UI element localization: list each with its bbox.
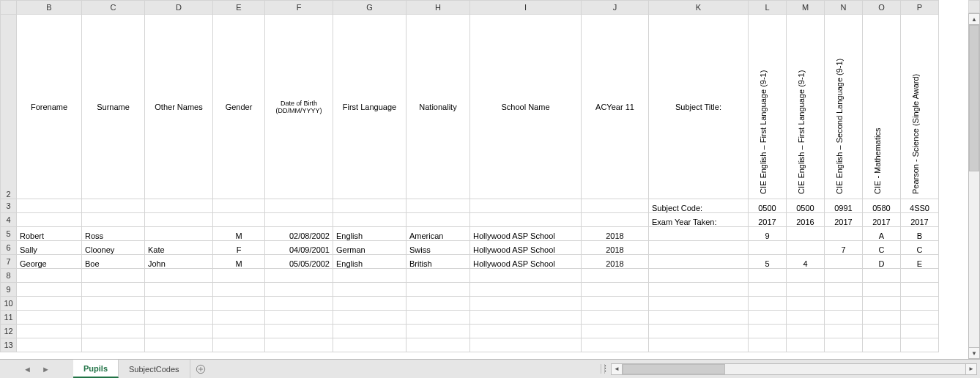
col-header[interactable]: L	[749, 1, 787, 15]
cell[interactable]	[333, 269, 407, 283]
cell[interactable]	[470, 297, 582, 311]
cell[interactable]	[333, 311, 407, 325]
row-header[interactable]: 13	[1, 338, 17, 352]
col-header[interactable]: E	[213, 1, 265, 15]
cell[interactable]	[649, 311, 749, 325]
tab-nav-buttons[interactable]: ◄ ►	[0, 360, 73, 378]
cell[interactable]	[649, 297, 749, 311]
cell[interactable]	[265, 338, 333, 352]
exam-year-label[interactable]: Exam Year Taken:	[649, 213, 749, 227]
cell[interactable]: 2018	[582, 241, 649, 255]
cell[interactable]	[213, 283, 265, 297]
header-other-names[interactable]: Other Names	[145, 15, 213, 199]
cell[interactable]	[825, 311, 863, 325]
cell[interactable]	[901, 269, 939, 283]
cell[interactable]	[407, 325, 470, 338]
cell[interactable]	[649, 325, 749, 338]
cell[interactable]: English	[333, 227, 407, 241]
code-N[interactable]: 0991	[825, 199, 863, 213]
year-P[interactable]: 2017	[901, 213, 939, 227]
cell[interactable]	[582, 213, 649, 227]
cell[interactable]	[863, 283, 901, 297]
col-header[interactable]: P	[901, 1, 939, 15]
row-header[interactable]: 3	[1, 199, 17, 213]
header-acyear11[interactable]: ACYear 11	[582, 15, 649, 199]
cell[interactable]	[825, 338, 863, 352]
cell[interactable]	[582, 269, 649, 283]
cell[interactable]	[582, 325, 649, 338]
cell[interactable]	[333, 297, 407, 311]
cell[interactable]	[649, 255, 749, 269]
cell[interactable]: Clooney	[82, 241, 145, 255]
col-header[interactable]: C	[82, 1, 145, 15]
cell[interactable]	[582, 283, 649, 297]
cell[interactable]	[265, 269, 333, 283]
row-header[interactable]: 5	[1, 227, 17, 241]
cell[interactable]	[901, 283, 939, 297]
cell[interactable]	[582, 199, 649, 213]
subject-title-label[interactable]: Subject Title:	[649, 15, 749, 199]
cell[interactable]: A	[863, 227, 901, 241]
vscroll-track[interactable]	[968, 25, 980, 347]
year-O[interactable]: 2017	[863, 213, 901, 227]
cell[interactable]	[470, 311, 582, 325]
col-header[interactable]: M	[787, 1, 825, 15]
cell[interactable]	[145, 311, 213, 325]
cell[interactable]	[649, 283, 749, 297]
header-first-language[interactable]: First Language	[333, 15, 407, 199]
cell[interactable]	[213, 199, 265, 213]
cell[interactable]	[265, 325, 333, 338]
year-L[interactable]: 2017	[749, 213, 787, 227]
code-P[interactable]: 4SS0	[901, 199, 939, 213]
col-header[interactable]: H	[407, 1, 470, 15]
cell[interactable]	[17, 269, 82, 283]
cell[interactable]	[901, 338, 939, 352]
cell[interactable]: 9	[749, 227, 787, 241]
cell[interactable]	[265, 213, 333, 227]
cell[interactable]	[825, 297, 863, 311]
cell[interactable]	[787, 325, 825, 338]
cell[interactable]	[265, 311, 333, 325]
col-header[interactable]: D	[145, 1, 213, 15]
subject-col-M[interactable]: CIE English – First Language (9-1)	[787, 15, 825, 199]
cell[interactable]	[333, 213, 407, 227]
cell[interactable]	[17, 338, 82, 352]
col-header[interactable]: O	[863, 1, 901, 15]
hscroll-track[interactable]	[623, 363, 965, 375]
cell[interactable]	[825, 283, 863, 297]
cell[interactable]	[863, 269, 901, 283]
subject-col-O[interactable]: CIE - Mathematics	[863, 15, 901, 199]
subject-col-P[interactable]: Pearson - Science (Single Award)	[901, 15, 939, 199]
cell[interactable]	[265, 199, 333, 213]
cell[interactable]	[407, 269, 470, 283]
year-M[interactable]: 2016	[787, 213, 825, 227]
cell[interactable]: 02/08/2002	[265, 227, 333, 241]
cell[interactable]: 2018	[582, 227, 649, 241]
cell[interactable]: C	[863, 241, 901, 255]
cell[interactable]	[213, 311, 265, 325]
cell[interactable]	[582, 311, 649, 325]
cell[interactable]: B	[901, 227, 939, 241]
cell[interactable]: 4	[787, 255, 825, 269]
row-header[interactable]: 11	[1, 311, 17, 325]
cell[interactable]	[145, 199, 213, 213]
cell[interactable]	[213, 297, 265, 311]
row-header[interactable]: 2	[1, 15, 17, 199]
cell[interactable]	[470, 269, 582, 283]
cell[interactable]: Boe	[82, 255, 145, 269]
col-header[interactable]: J	[582, 1, 649, 15]
cell[interactable]	[145, 269, 213, 283]
cell[interactable]	[265, 297, 333, 311]
cell[interactable]	[470, 325, 582, 338]
header-surname[interactable]: Surname	[82, 15, 145, 199]
cell[interactable]	[265, 283, 333, 297]
cell[interactable]	[82, 311, 145, 325]
cell[interactable]: English	[333, 255, 407, 269]
cell[interactable]	[470, 199, 582, 213]
cell[interactable]	[470, 213, 582, 227]
tab-scroll-splitter[interactable]: ⋮	[601, 364, 605, 374]
cell[interactable]	[82, 283, 145, 297]
cell[interactable]: C	[901, 241, 939, 255]
col-header[interactable]: B	[17, 1, 82, 15]
code-L[interactable]: 0500	[749, 199, 787, 213]
